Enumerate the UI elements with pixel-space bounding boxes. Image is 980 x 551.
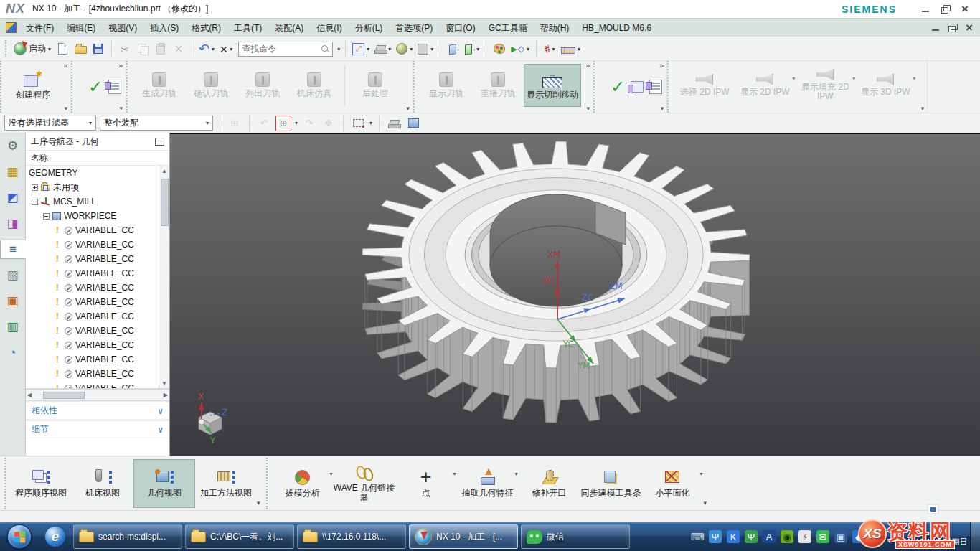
graphics-viewport[interactable]: XMXCZMZCYCYMXZY [170, 133, 980, 456]
resource-tab-library[interactable]: ▥ [2, 317, 24, 336]
measure-button[interactable]: ▾ [542, 39, 557, 58]
tool-button[interactable]: 拔模分析 [272, 459, 334, 508]
tree-item-operation[interactable]: ! VARIABLE_CC [26, 352, 169, 367]
create-ipw-icon[interactable] [631, 81, 644, 93]
tray-icon-k-security[interactable]: K [727, 530, 740, 543]
menu-item[interactable]: 装配(A) [268, 19, 310, 37]
close-button[interactable] [961, 5, 970, 14]
menu-item[interactable]: 文件(F) [19, 19, 60, 37]
tree-horizontal-scrollbar[interactable] [26, 390, 169, 401]
chevron-down-icon[interactable]: ▾ [337, 46, 340, 52]
menu-item[interactable]: 编辑(E) [60, 19, 102, 37]
undock-panel-button[interactable] [155, 138, 164, 146]
menu-item[interactable]: 信息(I) [310, 19, 348, 37]
verify-ipw-icon[interactable] [611, 77, 625, 97]
view-tab[interactable]: 加工方法视图 [195, 459, 257, 508]
menu-item[interactable]: HB_MOULD M6.6 [575, 19, 658, 37]
tool-button[interactable]: 小平面化 [642, 459, 704, 508]
view-tab[interactable]: 机床视图 [72, 459, 133, 508]
menu-item[interactable]: 工具(T) [227, 19, 268, 37]
verify-toolpath-icon[interactable] [88, 77, 103, 97]
tool-button[interactable]: 抽取几何特征 [457, 459, 519, 508]
tray-icon-nvidia[interactable]: ◉ [781, 530, 793, 543]
tree-item-operation[interactable]: ! VARIABLE_CC [26, 324, 169, 338]
tree-item-operation[interactable]: ! VARIABLE_CC [26, 223, 169, 237]
tree-item-operation[interactable]: ! VARIABLE_CC [26, 266, 169, 281]
menu-item[interactable]: 视图(V) [102, 19, 143, 37]
delete-entity-button[interactable]: ×▾ [218, 39, 234, 58]
new-file-button[interactable] [55, 39, 70, 58]
floating-window-icon[interactable] [927, 504, 939, 514]
undo-button[interactable]: ↶▾ [197, 39, 216, 58]
tray-icon-usb-safe[interactable]: Ψ [745, 530, 758, 543]
tree-item-geometry-root[interactable]: GEOMETRY [26, 166, 169, 180]
ipw-list-icon[interactable] [649, 80, 662, 94]
resource-tab-part-navigator[interactable]: ◨ [2, 214, 24, 233]
group-caret-icon[interactable] [257, 499, 260, 507]
tray-icon-wechat-tray[interactable]: ✉ [816, 530, 829, 543]
shaded-tool-icon[interactable] [386, 116, 402, 131]
start-button[interactable] [0, 522, 39, 551]
tray-icon-display[interactable]: ▣ [834, 530, 847, 543]
mdi-restore-button[interactable] [948, 24, 957, 32]
snap-point-icon[interactable]: ⊕ [275, 116, 291, 131]
tree-item-operation[interactable]: ! VARIABLE_CC [26, 338, 169, 352]
scrollbar-thumb[interactable] [161, 179, 169, 226]
show-cutting-moves-button[interactable]: 显示切削移动 [524, 64, 581, 107]
menu-item[interactable]: 分析(L) [349, 19, 390, 37]
view-tab[interactable]: 几何视图 [133, 459, 195, 508]
restore-button[interactable] [941, 5, 950, 14]
taskbar-item-search-folder[interactable]: search-ms:displ... [73, 524, 182, 549]
show-section-button[interactable] [446, 39, 461, 58]
operation-list-icon[interactable] [108, 80, 121, 94]
menu-item[interactable]: 首选项(P) [389, 19, 439, 37]
collapse-minus-icon[interactable] [43, 213, 50, 220]
view-orient-button[interactable]: ▾ [509, 39, 531, 58]
resource-tab-process-assistant[interactable]: ▣ [2, 291, 24, 311]
details-section-header[interactable]: 细节 [26, 420, 169, 438]
collapse-minus-icon[interactable] [32, 199, 38, 205]
tool-button[interactable]: 点 [395, 459, 457, 508]
tree-item-operation[interactable]: ! VARIABLE_CC [26, 367, 169, 381]
mdi-minimize-button[interactable] [931, 24, 940, 32]
open-file-button[interactable] [72, 39, 88, 58]
tree-vertical-scrollbar[interactable] [159, 166, 169, 388]
ruler-button[interactable]: ▾ [560, 39, 582, 58]
gear-3d-model[interactable]: XMXCZMZCYCYMXZY [170, 134, 980, 456]
scrollbar-thumb[interactable] [43, 392, 85, 399]
menu-item[interactable]: GC工具箱 [482, 19, 534, 37]
taskbar-item-wechat[interactable]: 微信 [521, 524, 630, 549]
create-program-button[interactable]: 创建程序 [7, 64, 59, 107]
resource-tab-internet[interactable]: ◔ [2, 343, 24, 362]
tree-item-mcs-mill[interactable]: MCS_MILL [26, 194, 169, 209]
scroll-right-icon[interactable] [164, 392, 168, 398]
resource-tab-constraint-navigator[interactable]: ◩ [2, 188, 24, 207]
view-tab[interactable]: 程序顺序视图 [10, 459, 72, 508]
resource-tab-assembly-navigator[interactable]: ▦ [2, 162, 24, 182]
render-style-button[interactable]: ▾ [395, 39, 414, 58]
menu-item[interactable]: 窗口(O) [439, 19, 481, 37]
resource-tab-machine-tool-navigator[interactable]: ▨ [2, 265, 24, 285]
view-cube-icon[interactable] [405, 116, 421, 131]
tool-button[interactable]: 修补开口 [519, 459, 580, 508]
group-caret-icon[interactable] [704, 499, 707, 507]
column-header-name[interactable]: 名称 [26, 151, 169, 166]
tray-icon-plugin[interactable]: ⚡ [798, 530, 811, 543]
tree-item-operation[interactable]: ! VARIABLE_CC [26, 281, 169, 295]
scroll-up-icon[interactable] [161, 166, 167, 176]
tool-button[interactable]: WAVE 几何链接器 [334, 459, 395, 508]
rectangle-select-icon[interactable] [350, 116, 366, 131]
chevron-down-icon[interactable]: ▾ [295, 120, 298, 126]
tool-button[interactable]: 同步建模工具条 [580, 459, 642, 508]
chevron-down-icon[interactable]: ▾ [369, 120, 372, 126]
tray-icon-usb[interactable]: Ψ [709, 530, 722, 543]
scroll-down-icon[interactable] [161, 378, 167, 388]
search-input[interactable] [242, 44, 321, 54]
true-shading-button[interactable] [491, 39, 507, 58]
tray-icon-autodesk[interactable]: A [763, 530, 776, 543]
search-icon[interactable] [321, 44, 329, 53]
toolbar-drag-handle[interactable] [5, 40, 8, 57]
minimize-button[interactable] [921, 5, 930, 14]
menu-item[interactable]: 格式(R) [185, 19, 227, 37]
edit-section-button[interactable]: ▾ [463, 39, 481, 58]
